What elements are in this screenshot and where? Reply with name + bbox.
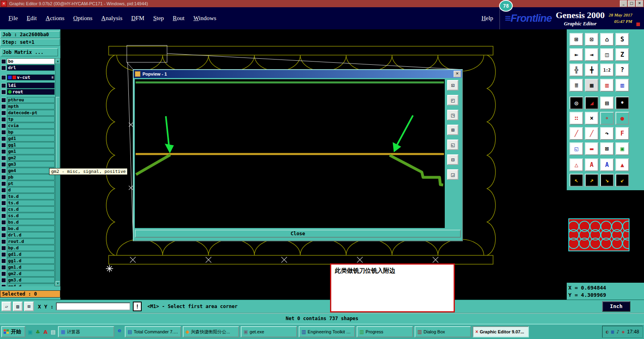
layer-display-checkbox[interactable] bbox=[1, 149, 6, 154]
menu-options[interactable]: Options bbox=[69, 15, 97, 22]
popview-zoom-window-button[interactable]: ⊞ bbox=[447, 125, 458, 135]
tool-center-cross-button[interactable]: ╬ bbox=[570, 64, 583, 76]
desktop-icon[interactable]: ▣ bbox=[27, 328, 34, 336]
taskbar-button[interactable]: ◆兴森快捷衡阳分公... bbox=[183, 326, 239, 337]
document-icon[interactable]: ▤ bbox=[50, 328, 57, 336]
layer-display-checkbox[interactable] bbox=[1, 265, 6, 270]
network-icon[interactable]: ▦ bbox=[611, 329, 614, 335]
layer-row-datecode-pt[interactable]: datecode-pt bbox=[0, 110, 55, 116]
tool-zoom-ratio-button[interactable]: 1:2 bbox=[600, 64, 614, 76]
taskbar-button[interactable]: ×Graphic Editor 9.07... bbox=[473, 326, 529, 337]
tool-help-button[interactable]: ? bbox=[615, 64, 629, 76]
tool-single-dot-button[interactable]: • bbox=[615, 97, 629, 109]
layer-name-field[interactable]: gd1 bbox=[7, 136, 55, 142]
layer-display-checkbox[interactable] bbox=[1, 220, 6, 225]
tool-copy-view-button[interactable]: ⊞ bbox=[570, 33, 583, 46]
layer-display-checkbox[interactable] bbox=[1, 284, 6, 287]
layer-row-gm2[interactable]: gm2 bbox=[0, 155, 55, 161]
layer-row-gm3.d[interactable]: gm3.d bbox=[0, 277, 55, 283]
layer-name-field[interactable]: drl bbox=[7, 65, 55, 71]
tool-target-button[interactable]: ◎ bbox=[570, 97, 583, 109]
tool-draw-line-button[interactable]: ╱ bbox=[585, 127, 599, 140]
job-matrix-button[interactable]: Job Matrix ... bbox=[1, 48, 58, 56]
layer-row-pt[interactable]: pt bbox=[0, 181, 55, 187]
layer-display-checkbox[interactable] bbox=[1, 201, 6, 205]
tool-move-feature-button[interactable]: ● bbox=[615, 112, 629, 125]
layer-name-field[interactable]: rout.d bbox=[7, 238, 55, 244]
tool-corner-flag-button[interactable]: ◢ bbox=[585, 97, 599, 109]
layer-display-checkbox[interactable] bbox=[1, 252, 6, 257]
tool-small-features-button[interactable]: ∘ bbox=[600, 112, 614, 125]
layer-name-field[interactable]: gm1 bbox=[7, 148, 55, 154]
grid-mode-button[interactable]: ⊞ bbox=[24, 302, 34, 311]
menu-file[interactable]: File bbox=[4, 15, 22, 22]
layer-name-field[interactable]: drl.d bbox=[7, 232, 55, 238]
tool-view-screen-button[interactable]: ⊡ bbox=[585, 33, 599, 46]
layer-name-field[interactable]: bp bbox=[7, 129, 55, 135]
layer-name-field[interactable]: cs.d bbox=[7, 206, 55, 212]
layer-display-checkbox[interactable] bbox=[1, 278, 6, 283]
panel-thumbnail[interactable] bbox=[568, 218, 630, 251]
taskbar-button[interactable]: ▤Total Commander 7.0... bbox=[125, 326, 181, 337]
zoom-mode-button[interactable]: ▨ bbox=[13, 302, 23, 311]
layer-name-field[interactable]: bp.d bbox=[7, 245, 55, 251]
layer-row-gd1[interactable]: gd1 bbox=[0, 136, 55, 142]
layer-name-field[interactable]: pt bbox=[7, 181, 55, 187]
layer-name-field[interactable]: to.d bbox=[7, 193, 55, 199]
tool-text-tool-button[interactable]: F bbox=[615, 127, 629, 140]
area-select-mode-button[interactable]: ▱ bbox=[2, 302, 11, 311]
layer-display-checkbox[interactable] bbox=[1, 246, 6, 251]
tool-matrix-blue-button[interactable]: ▥ bbox=[615, 79, 629, 92]
ime-icon[interactable]: ◈ bbox=[622, 329, 625, 335]
layer-row-bs.d[interactable]: bs.d bbox=[0, 219, 55, 225]
layer-row-cs.d[interactable]: cs.d bbox=[0, 206, 55, 212]
layer-row-ldi[interactable]: ldi bbox=[0, 82, 55, 88]
layer-row-pb[interactable]: pb bbox=[0, 174, 55, 180]
layer-name-field[interactable]: gm3.d bbox=[7, 277, 55, 283]
layer-name-field[interactable]: gm4.d bbox=[7, 284, 55, 286]
layer-name-field[interactable]: gm3 bbox=[7, 161, 55, 167]
layer-name-field[interactable]: gd1.d bbox=[7, 251, 55, 257]
popview-snapshot-button[interactable]: ⊡ bbox=[447, 80, 458, 90]
layer-row-gm4[interactable]: gm4 bbox=[0, 168, 55, 174]
layer-display-checkbox[interactable] bbox=[1, 168, 6, 173]
tool-ruler-button[interactable]: ▤ bbox=[600, 97, 614, 109]
layer-display-checkbox[interactable] bbox=[1, 66, 6, 70]
plant-icon[interactable]: ♣ bbox=[34, 328, 41, 336]
acrobat-icon[interactable]: A bbox=[42, 328, 49, 336]
taskbar-button[interactable]: ▥Engineering Toolkit 9... bbox=[299, 326, 355, 337]
layer-row-d[interactable]: d bbox=[0, 187, 55, 193]
layer-display-checkbox[interactable] bbox=[1, 59, 6, 64]
layer-display-checkbox[interactable] bbox=[1, 226, 6, 231]
layer-row-to.d[interactable]: to.d bbox=[0, 193, 55, 199]
layer-name-field[interactable]: ldi bbox=[7, 82, 55, 88]
layer-name-field[interactable]: mpth bbox=[7, 103, 55, 109]
xy-input[interactable] bbox=[56, 302, 130, 310]
tool-grid-toggle-button[interactable]: ▦ bbox=[585, 79, 599, 92]
layer-name-field[interactable]: ts.d bbox=[7, 200, 55, 206]
layer-display-checkbox[interactable] bbox=[1, 188, 6, 193]
tool-layer-stack-button[interactable]: ≡ bbox=[570, 79, 583, 92]
layer-row-v-cut[interactable]: v-cut≡ bbox=[0, 74, 55, 80]
layer-name-field[interactable]: gm2.d bbox=[7, 271, 55, 277]
taskbar-button[interactable]: ▣get.exe bbox=[241, 326, 297, 337]
close-button[interactable]: ✕ bbox=[636, 0, 643, 7]
layer-name-field[interactable]: gg1.d bbox=[7, 258, 55, 264]
tool-pan-into-button[interactable]: ⇤ bbox=[570, 48, 583, 61]
layer-row-gg1[interactable]: gg1 bbox=[0, 142, 55, 148]
tool-color-layers-button[interactable]: ▣ bbox=[615, 142, 629, 155]
layer-name-field[interactable]: pthrou bbox=[7, 97, 55, 103]
layer-name-field[interactable]: bo.d bbox=[7, 226, 55, 232]
taskbar-button[interactable]: ▥Dialog Box bbox=[415, 326, 471, 337]
tool-triangle-outline-button[interactable]: △ bbox=[570, 158, 583, 171]
layer-row-rout[interactable]: rout bbox=[0, 89, 55, 95]
layer-row-mpth[interactable]: mpth bbox=[0, 103, 55, 109]
layer-name-field[interactable]: ss.d bbox=[7, 213, 55, 219]
menu-step[interactable]: Step bbox=[149, 15, 169, 22]
audio-icon[interactable]: ♪ bbox=[617, 329, 619, 335]
layer-row-gg1.d[interactable]: gg1.d bbox=[0, 258, 55, 264]
layer-display-checkbox[interactable] bbox=[1, 143, 6, 148]
tool-crop-box-button[interactable]: ⊠ bbox=[600, 142, 614, 155]
menu-dfm[interactable]: DFM bbox=[127, 15, 149, 22]
tool-measure-slope-button[interactable]: ╱ bbox=[570, 127, 583, 140]
